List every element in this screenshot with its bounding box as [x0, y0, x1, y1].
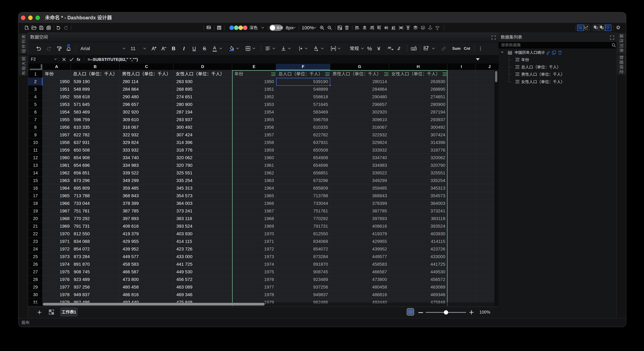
svg-text:.00: .00 — [387, 46, 391, 49]
svg-text:文: 文 — [602, 27, 603, 29]
svg-text:OS: OS — [607, 26, 609, 28]
svg-text:En: En — [596, 27, 598, 29]
